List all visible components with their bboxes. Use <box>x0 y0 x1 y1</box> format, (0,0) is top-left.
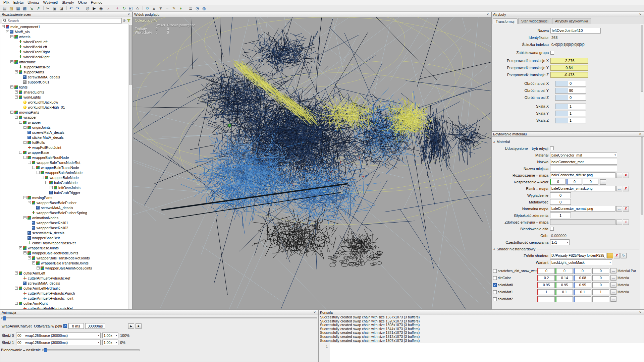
tree-item[interactable]: cutterArmLeftHydraulicPunch <box>0 291 132 296</box>
browse-button[interactable]: ... <box>616 173 622 178</box>
expand-toggle-icon[interactable] <box>23 156 26 159</box>
tree-item[interactable]: cutterArmLeftHydraulic <box>0 286 132 291</box>
attributes-scrollbar[interactable] <box>640 24 644 131</box>
param-more-button[interactable]: ... <box>610 275 616 281</box>
toolbar-button[interactable]: ▼ <box>158 5 164 11</box>
expand-toggle-icon[interactable] <box>32 261 35 264</box>
param-value-field[interactable]: 0.1 <box>555 289 573 295</box>
track-source-select[interactable]: 00 – wrap125Source (30000ms)▾ <box>16 340 101 345</box>
close-icon[interactable]: ✕ <box>486 13 490 16</box>
menu-item[interactable]: Wyświetl <box>41 0 60 4</box>
color-b-field[interactable]: 0 <box>583 179 598 185</box>
tree-item[interactable]: wrapperBaleTransNode <box>0 165 132 170</box>
tree-item[interactable]: wrapperBaseBelt <box>0 235 132 240</box>
close-icon[interactable]: ✕ <box>127 13 131 16</box>
toolbar-button[interactable]: ↺ <box>144 5 150 11</box>
param-value-field[interactable]: 0.95 <box>537 282 555 288</box>
rotate-z-field[interactable] <box>555 95 586 101</box>
locked-group-checkbox[interactable] <box>550 51 554 55</box>
alpha-blend-checkbox[interactable] <box>550 227 554 231</box>
material-section-header[interactable]: ∧Materiał <box>493 140 639 144</box>
tree-item[interactable]: supportArmsRot <box>0 64 132 69</box>
tree-item[interactable]: screwsMatA_decals <box>0 281 132 286</box>
toolbar-button[interactable]: ▣ <box>52 5 58 11</box>
track-speed-select[interactable]: 1.00x▾ <box>102 340 118 345</box>
tree-item[interactable]: movingParts <box>0 110 132 115</box>
tree-item[interactable]: wrapper <box>0 115 132 120</box>
menu-item[interactable]: Okno <box>76 0 89 4</box>
shading-rate-select[interactable]: 1x1▾ <box>550 239 570 245</box>
tree-item[interactable]: sharedLights <box>0 89 132 95</box>
expand-toggle-icon[interactable] <box>15 70 18 73</box>
toolbar-button[interactable]: ↶ <box>68 5 74 11</box>
param-checkbox[interactable] <box>493 283 497 287</box>
tree-item[interactable]: wheelFrontRight <box>0 49 132 54</box>
viewport-3d[interactable] <box>133 17 491 309</box>
material-name-field[interactable] <box>550 159 617 165</box>
toolbar-button[interactable]: ≈ <box>164 5 170 11</box>
tree-item[interactable]: wrapperBase <box>0 150 132 155</box>
scale-y-field[interactable] <box>555 111 586 116</box>
expand-toggle-icon[interactable] <box>2 25 5 28</box>
param-value-field[interactable]: 0 <box>592 268 609 274</box>
normal-map-field[interactable] <box>550 206 615 212</box>
toolbar-button[interactable]: ▤ <box>2 5 8 11</box>
toolbar-button[interactable]: ◇ <box>135 5 141 11</box>
toolbar-button[interactable]: ◎ <box>85 5 91 11</box>
tree-item[interactable]: wheels <box>0 34 132 39</box>
tree-item[interactable]: animationNodes <box>0 215 132 220</box>
tree-item[interactable]: attachable <box>0 59 132 64</box>
timeline-handle[interactable] <box>3 316 6 320</box>
tree-item[interactable]: wrapFoilRootJoint <box>0 145 132 150</box>
toolbar-button[interactable]: ↷ <box>75 5 81 11</box>
total-time-field[interactable] <box>85 323 105 329</box>
param-value-field[interactable]: 0.1 <box>574 289 591 295</box>
tree-item[interactable]: wrapperBaleTransNodeRotJoints <box>0 255 132 260</box>
shader-section-header[interactable]: ∧Shader niestandardowy <box>493 247 639 251</box>
tree-item[interactable]: supportCol01 <box>0 79 132 84</box>
tree-item[interactable]: cutterArmLeftHydraulic_joint <box>0 296 132 301</box>
tree-item[interactable]: wrapperBaleTransNodeJoints <box>0 260 132 265</box>
tree-item[interactable]: supportArms <box>0 69 132 74</box>
toolbar-button[interactable]: ◱ <box>128 5 134 11</box>
param-value-field[interactable]: 1 <box>537 289 555 295</box>
shader-source-field[interactable] <box>550 253 606 258</box>
blend-slider-handle[interactable] <box>44 348 47 352</box>
toolbar-button[interactable]: ≣ <box>187 5 194 11</box>
clear-search-icon[interactable]: ⊗ <box>123 18 126 23</box>
param-more-button[interactable]: ... <box>610 296 616 302</box>
tree-item[interactable]: wrapperBaleAnimNodeJoints <box>0 265 132 270</box>
remove-map-button[interactable]: ✗ <box>623 206 629 212</box>
expand-toggle-icon[interactable] <box>6 30 9 33</box>
tree-item[interactable]: cutterArmLeft <box>0 270 132 276</box>
tree-item[interactable]: wrapperBaleRootNodeJoints <box>0 250 132 255</box>
toolbar-button[interactable]: + <box>114 5 120 11</box>
expand-toggle-icon[interactable] <box>32 166 35 169</box>
tree-item[interactable]: wrapperBaleTransNodeRot <box>0 160 132 165</box>
param-checkbox[interactable] <box>493 276 497 280</box>
color-r-field[interactable]: 0 <box>550 179 566 185</box>
param-checkbox[interactable] <box>493 297 497 301</box>
rotate-x-field[interactable] <box>555 81 586 86</box>
expand-toggle-icon[interactable] <box>19 246 22 249</box>
expand-toggle-icon[interactable] <box>15 272 18 275</box>
expand-toggle-icon[interactable] <box>15 302 18 305</box>
param-value-field[interactable] <box>592 296 609 302</box>
expand-toggle-icon[interactable] <box>10 111 13 114</box>
expand-toggle-icon[interactable] <box>15 116 18 119</box>
remove-map-button[interactable]: ✗ <box>623 186 629 191</box>
reload-shader-button[interactable]: ↻ <box>621 253 627 258</box>
tree-item[interactable]: screwsMatA_decals <box>0 205 132 210</box>
expand-toggle-icon[interactable] <box>10 35 13 38</box>
tree-item[interactable]: wrapperBaseRoll02 <box>0 225 132 230</box>
parallax-depth-field[interactable] <box>550 213 571 218</box>
tree-item[interactable]: baleGrabTrigger <box>0 190 132 195</box>
tree-item[interactable]: MatB_vis <box>0 29 132 34</box>
param-value-field[interactable]: 0.14 <box>555 275 573 281</box>
tab-user-attributes[interactable]: Atrybuty użytkownika <box>552 18 591 24</box>
tree-item[interactable]: movingParts <box>0 195 132 200</box>
variant-select[interactable]: backLight_colorMask▾ <box>550 259 612 265</box>
toolbar-button[interactable]: ↗ <box>35 5 41 11</box>
tree-item[interactable]: workLights <box>0 95 132 100</box>
toolbar-button[interactable]: ∗ <box>178 5 184 11</box>
